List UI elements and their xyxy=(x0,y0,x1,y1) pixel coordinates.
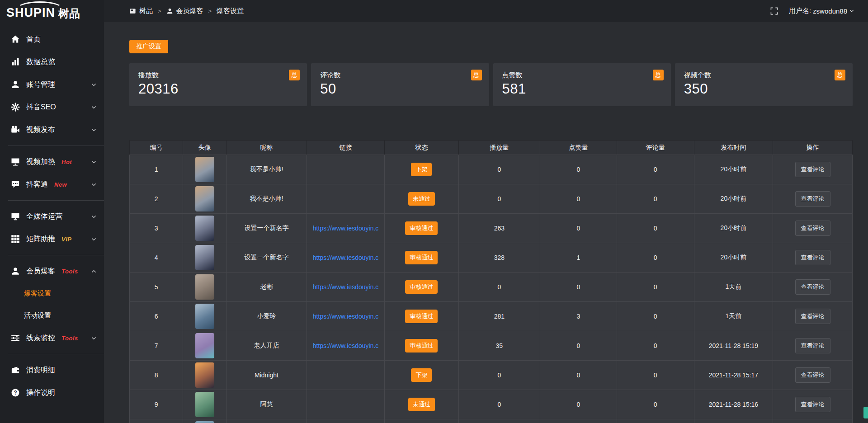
cell-action: 查看评论 xyxy=(773,155,853,184)
chevron-down-icon xyxy=(91,335,97,341)
sidebar-item-activity-settings[interactable]: 活动设置 xyxy=(0,305,104,327)
breadcrumb-label: 树品 xyxy=(139,7,153,15)
sidebar-item-matrix-boost[interactable]: 矩阵助推VIP xyxy=(0,228,104,250)
username-label: 用户名: xyxy=(789,7,811,15)
cell-link xyxy=(307,361,385,390)
cell-time: 2021-11-28 15:17 xyxy=(694,361,773,390)
sidebar-item-home[interactable]: 首页 xyxy=(0,28,104,51)
screen-icon xyxy=(11,157,20,166)
sidebar-divider xyxy=(8,146,104,146)
breadcrumb-item[interactable]: 树品 xyxy=(129,7,153,15)
sidebar-item-baoke-settings[interactable]: 爆客设置 xyxy=(0,282,104,305)
sidebar-item-label: 全媒体运营 xyxy=(26,212,62,221)
video-link[interactable]: https://www.iesdouyin.c xyxy=(307,225,385,232)
cell-link xyxy=(307,390,385,419)
avatar xyxy=(195,186,214,212)
cell-link: https://www.iesdouyin.c xyxy=(307,243,385,273)
cell-likes: 3 xyxy=(540,302,617,331)
view-comments-button[interactable]: 查看评论 xyxy=(795,162,830,177)
view-comments-button[interactable]: 查看评论 xyxy=(795,221,830,236)
view-comments-button[interactable]: 查看评论 xyxy=(795,191,830,207)
sidebar-item-consumption-details[interactable]: 消费明细 xyxy=(0,359,104,381)
table-row: 4设置一个新名字https://www.iesdouyin.c审核通过32810… xyxy=(130,243,853,273)
total-badge: 总 xyxy=(835,70,845,80)
cell-id: 9 xyxy=(130,390,183,419)
status-badge[interactable]: 审核通过 xyxy=(405,339,438,352)
view-comments-button[interactable]: 查看评论 xyxy=(795,279,830,295)
breadcrumb-label: 会员爆客 xyxy=(176,7,203,15)
cell-id: 2 xyxy=(130,184,183,214)
sidebar-item-account-management[interactable]: 账号管理 xyxy=(0,73,104,96)
view-comments-button[interactable]: 查看评论 xyxy=(795,338,830,353)
wallet-icon xyxy=(11,366,20,375)
sidebar-divider xyxy=(8,255,104,255)
sidebar: SHUPIN 树品 首页数据总览账号管理抖音SEO视频发布视频加热Hot抖客通N… xyxy=(0,0,104,423)
cell-time: 2021-11-28 15:19 xyxy=(694,331,773,361)
table-row: 7老人开店https://www.iesdouyin.c审核通过35002021… xyxy=(130,331,853,361)
cell-likes: 0 xyxy=(540,214,617,243)
view-comments-button[interactable]: 查看评论 xyxy=(795,309,830,324)
status-badge[interactable]: 下架 xyxy=(411,368,432,382)
cell-avatar xyxy=(183,243,226,273)
sidebar-item-badge: New xyxy=(54,181,67,188)
table-row: 2我不是小帅!未通过00020小时前查看评论 xyxy=(130,184,853,214)
sidebar-item-member-baoke[interactable]: 会员爆客Tools xyxy=(0,260,104,282)
fullscreen-icon[interactable] xyxy=(770,7,778,15)
column-header: 头像 xyxy=(183,141,226,155)
cell-plays: 0 xyxy=(458,155,540,184)
status-badge[interactable]: 审核通过 xyxy=(405,310,438,323)
column-header: 链接 xyxy=(307,141,385,155)
cell-action: 查看评论 xyxy=(773,273,853,302)
logo[interactable]: SHUPIN 树品 xyxy=(0,0,104,22)
avatar xyxy=(195,362,214,388)
status-badge[interactable]: 审核通过 xyxy=(405,221,438,235)
username-dropdown[interactable]: 用户名: zswodun88 xyxy=(789,7,854,15)
status-badge[interactable]: 下架 xyxy=(411,163,432,176)
floating-widget[interactable] xyxy=(863,407,868,418)
status-badge[interactable]: 审核通过 xyxy=(405,251,438,264)
sidebar-item-douketong[interactable]: 抖客通New xyxy=(0,173,104,196)
status-badge[interactable]: 未通过 xyxy=(408,192,435,206)
cell-comments: 0 xyxy=(617,302,694,331)
cell-action: 查看评论 xyxy=(773,390,853,419)
cell-id: 6 xyxy=(130,302,183,331)
cell-comments: 0 xyxy=(617,273,694,302)
table-row: 3设置一个新名字https://www.iesdouyin.c审核通过26300… xyxy=(130,214,853,243)
breadcrumb-item[interactable]: 会员爆客 xyxy=(166,7,203,15)
breadcrumb: 树品>会员爆客>爆客设置 xyxy=(129,7,244,15)
sidebar-item-douyin-seo[interactable]: 抖音SEO xyxy=(0,96,104,118)
cell-plays: 0 xyxy=(458,184,540,214)
cell-id: 8 xyxy=(130,361,183,390)
view-comments-button[interactable]: 查看评论 xyxy=(795,367,830,383)
cell-comments: 0 xyxy=(617,331,694,361)
sidebar-item-video-heating[interactable]: 视频加热Hot xyxy=(0,150,104,173)
total-badge: 总 xyxy=(653,70,664,80)
status-badge[interactable]: 审核通过 xyxy=(405,280,438,294)
cell-avatar xyxy=(183,419,226,423)
cell-avatar xyxy=(183,390,226,419)
cell-plays: 328 xyxy=(458,243,540,273)
sidebar-item-video-publish[interactable]: 视频发布 xyxy=(0,118,104,141)
cell-id: 7 xyxy=(130,331,183,361)
video-link[interactable]: https://www.iesdouyin.c xyxy=(307,254,385,261)
cell-comments: 0 xyxy=(617,155,694,184)
breadcrumb-item[interactable]: 爆客设置 xyxy=(217,7,244,15)
status-badge[interactable]: 未通过 xyxy=(408,398,435,411)
sidebar-item-data-overview[interactable]: 数据总览 xyxy=(0,51,104,73)
view-comments-button[interactable]: 查看评论 xyxy=(795,250,830,265)
user-icon xyxy=(11,267,20,276)
sidebar-item-all-media-operation[interactable]: 全媒体运营 xyxy=(0,205,104,228)
user-icon xyxy=(166,8,173,14)
video-link[interactable]: https://www.iesdouyin.c xyxy=(307,313,385,320)
chevron-down-icon xyxy=(91,182,97,188)
promo-settings-button[interactable]: 推广设置 xyxy=(129,40,168,53)
sidebar-item-clue-monitoring[interactable]: 线索监控Tools xyxy=(0,327,104,349)
table-row: 6小爱玲https://www.iesdouyin.c审核通过281301天前查… xyxy=(130,302,853,331)
avatar xyxy=(195,274,214,300)
view-comments-button[interactable]: 查看评论 xyxy=(795,397,830,412)
video-link[interactable]: https://www.iesdouyin.c xyxy=(307,283,385,291)
sidebar-item-operation-guide[interactable]: ?操作说明 xyxy=(0,381,104,404)
sidebar-item-label: 线索监控 xyxy=(26,334,55,343)
video-link[interactable]: https://www.iesdouyin.c xyxy=(307,342,385,349)
stat-card: 播放数 20316 总 xyxy=(129,63,307,106)
